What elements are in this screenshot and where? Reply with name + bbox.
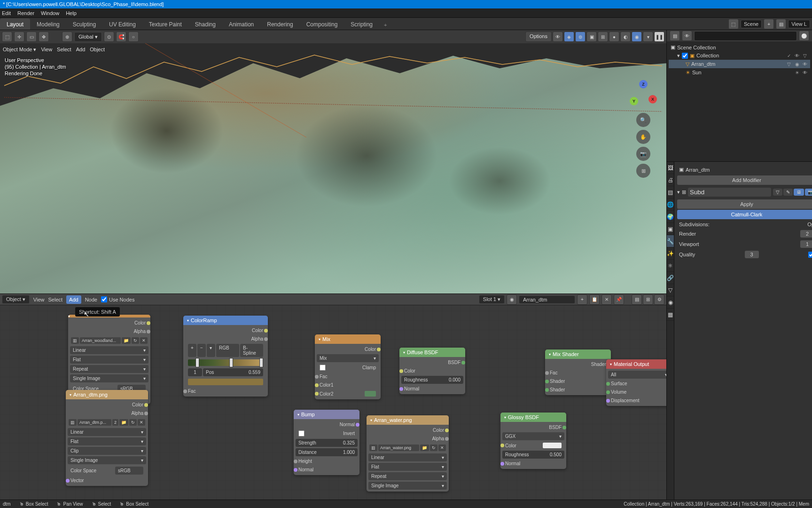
node-title[interactable]: Arran_dtm.png: [66, 390, 148, 399]
rendered-shading-icon[interactable]: ◉: [632, 32, 642, 42]
node-glossy-bsdf[interactable]: Glossy BSDF BSDF GGX▾ Color Roughness0.5…: [500, 413, 566, 469]
extension-dropdown[interactable]: Repeat▾: [70, 365, 148, 373]
gizmo-z-axis[interactable]: Z: [639, 80, 648, 88]
ramp-interpolation[interactable]: B-Spline: [240, 344, 263, 357]
node-colorramp[interactable]: ColorRamp Color Alpha + − ▾ RGB B-Spline: [183, 316, 268, 397]
tab-modeling[interactable]: Modeling: [30, 18, 66, 30]
tab-shading[interactable]: Shading: [188, 18, 222, 30]
shading-dropdown-icon[interactable]: ▾: [643, 32, 653, 42]
node-title[interactable]: Bump: [294, 410, 359, 419]
tab-animation[interactable]: Animation: [222, 18, 260, 30]
ramp-position[interactable]: Pos0.559: [203, 368, 263, 376]
material-preview-icon[interactable]: ◐: [620, 32, 631, 42]
unlink-material-icon[interactable]: ✕: [601, 294, 612, 305]
node-title[interactable]: Mix: [315, 334, 381, 344]
prop-tab-output[interactable]: 🖨: [667, 174, 674, 186]
add-workspace-button[interactable]: +: [379, 20, 391, 30]
node-title[interactable]: Material Output: [606, 359, 666, 369]
source-dropdown[interactable]: Single Image▾: [70, 374, 148, 382]
node-material-output[interactable]: Material Output All▾ Surface Volume Disp…: [606, 359, 666, 406]
prop-tab-constraints[interactable]: 🔗: [667, 272, 674, 284]
unlink-image-icon[interactable]: ✕: [438, 444, 446, 451]
node-diffuse-bsdf[interactable]: Diffuse BSDF BSDF Color Roughness0.000 N…: [399, 348, 465, 394]
node-mix-shader[interactable]: Mix Shader Shader Fac Shader Shader: [545, 349, 611, 395]
outliner-object-arran[interactable]: ▽ Arran_dtm ▽ ◉ 👁: [669, 60, 810, 68]
menu-edit[interactable]: Edit: [2, 10, 11, 16]
source-dropdown[interactable]: Single Image▾: [368, 482, 447, 490]
tab-texture-paint[interactable]: Texture Paint: [142, 18, 188, 30]
ramp-index[interactable]: 1: [188, 368, 202, 376]
open-image-icon[interactable]: 📁: [420, 444, 429, 451]
camera-view-icon[interactable]: 📷: [636, 147, 650, 161]
modifier-name-field[interactable]: [688, 188, 771, 197]
prop-tab-scene[interactable]: 🌐: [667, 198, 674, 211]
viewport-subdivisions-value[interactable]: 1: [800, 240, 812, 248]
extension-dropdown[interactable]: Clip▾: [68, 447, 146, 455]
submenu-object[interactable]: Object: [90, 47, 105, 52]
reload-image-icon[interactable]: ↻: [129, 419, 137, 426]
unlink-image-icon[interactable]: ✕: [138, 419, 145, 426]
proportional-edit-icon[interactable]: ○: [128, 32, 139, 42]
colorramp-swatch[interactable]: [188, 379, 263, 385]
interpolation-dropdown[interactable]: Linear▾: [70, 346, 148, 354]
quality-value[interactable]: 3: [745, 251, 759, 258]
tab-compositing[interactable]: Compositing: [300, 18, 344, 30]
node-menu-select[interactable]: Select: [48, 297, 63, 302]
open-image-icon[interactable]: 📁: [122, 337, 131, 344]
ramp-add-button[interactable]: +: [188, 344, 196, 357]
node-image-texture-water[interactable]: Arran_water.png Color Alpha ▥ Arran_wate…: [367, 415, 449, 492]
mod-cage-icon[interactable]: ▽: [773, 189, 782, 196]
ramp-menu-button[interactable]: ▾: [207, 344, 215, 357]
hide-icon[interactable]: 👁: [802, 61, 808, 67]
tab-rendering[interactable]: Rendering: [260, 18, 299, 30]
submenu-add[interactable]: Add: [76, 47, 86, 52]
browse-image-icon[interactable]: ▥: [69, 419, 77, 426]
outliner-object-sun[interactable]: ☀ Sun ☀ 👁: [669, 68, 810, 77]
projection-dropdown[interactable]: Flat▾: [68, 437, 146, 445]
subdiv-type-button[interactable]: Catmull-Clark: [677, 210, 812, 219]
orientation-selector[interactable]: Global ▾: [74, 32, 102, 42]
wireframe-icon[interactable]: ⊞: [598, 32, 608, 42]
distance-field[interactable]: Distance1.000: [296, 448, 358, 456]
prop-tab-material[interactable]: ◉: [667, 296, 674, 309]
node-snap-icon[interactable]: ⊞: [643, 294, 653, 305]
navigation-gizmo[interactable]: Z Y X: [627, 77, 660, 110]
tab-scripting[interactable]: Scripting: [344, 18, 379, 30]
projection-dropdown[interactable]: Flat▾: [368, 463, 447, 471]
node-options-icon[interactable]: ⚙: [654, 294, 664, 305]
node-title[interactable]: Mix Shader: [545, 349, 611, 359]
submenu-select[interactable]: Select: [57, 47, 71, 52]
browse-image-icon[interactable]: ▥: [369, 444, 377, 451]
select-tool-icon[interactable]: ▭: [26, 32, 37, 42]
prop-tab-mesh[interactable]: ▽: [667, 284, 674, 296]
node-backdrop-icon[interactable]: ▤: [632, 294, 642, 305]
tab-uv-editing[interactable]: UV Editing: [102, 18, 142, 30]
use-nodes-checkbox[interactable]: Use Nodes: [101, 296, 134, 302]
distribution-dropdown[interactable]: GGX▾: [502, 432, 564, 440]
node-bump[interactable]: Bump Normal Invert Strength0.325 Distanc…: [294, 410, 359, 475]
disable-icon[interactable]: ▽: [802, 52, 808, 59]
node-menu-add[interactable]: Add: [66, 295, 81, 304]
prop-tab-particles[interactable]: ✨: [667, 247, 674, 260]
roughness-field[interactable]: Roughness0.000: [401, 376, 463, 384]
pivot-icon[interactable]: ⊙: [104, 32, 114, 42]
target-dropdown[interactable]: All▾: [608, 371, 666, 379]
hide-icon[interactable]: 👁: [802, 69, 808, 76]
node-canvas[interactable]: Color Alpha ▥ Arran_woodland... 📁 ↻ ✕ Li…: [0, 305, 666, 500]
mod-render-icon[interactable]: 📷: [805, 189, 812, 196]
prop-tab-object[interactable]: ▣: [667, 223, 674, 235]
xray-icon[interactable]: ▣: [586, 32, 597, 42]
node-image-texture-dtm[interactable]: Arran_dtm.png Color Alpha ▥ Arran_dtm.p.…: [66, 390, 148, 486]
orientation-icon[interactable]: ⊕: [62, 32, 72, 42]
shader-node-editor[interactable]: Object ▾ View Select Add Node Use Nodes …: [0, 294, 666, 500]
gizmo-y-axis[interactable]: Y: [630, 97, 638, 105]
material-name-field[interactable]: Arran_dtm: [519, 295, 575, 304]
editor-type-icon[interactable]: ⬚: [2, 32, 12, 42]
ramp-colormode[interactable]: RGB: [216, 344, 239, 357]
quality-checkbox[interactable]: [808, 252, 812, 258]
roughness-field[interactable]: Roughness0.500: [502, 451, 564, 459]
gizmo-toggle-icon[interactable]: ◈: [564, 32, 574, 42]
move-tool-icon[interactable]: ✥: [39, 32, 49, 42]
solid-shading-icon[interactable]: ●: [609, 32, 619, 42]
perspective-toggle-icon[interactable]: ⊞: [636, 164, 650, 178]
